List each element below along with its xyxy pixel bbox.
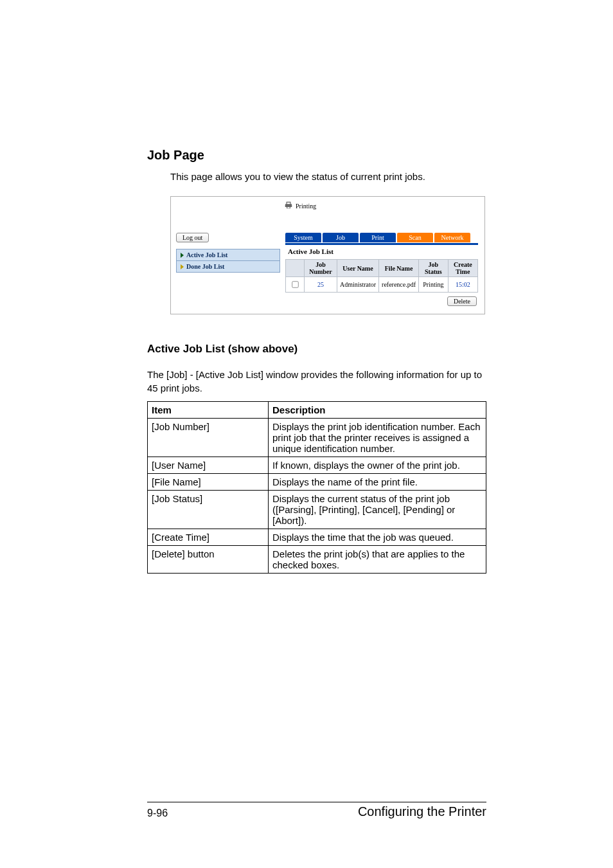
- tab-network[interactable]: Network: [434, 233, 470, 242]
- th-item: Item: [148, 401, 269, 418]
- footer-rule: [147, 802, 486, 802]
- subsection-lead: The [Job] - [Active Job List] window pro…: [147, 368, 486, 395]
- sidebar-item-label: Active Job List: [186, 251, 227, 258]
- table-row: [Delete] button Deletes the print job(s)…: [148, 545, 486, 573]
- logout-button[interactable]: Log out: [176, 233, 209, 242]
- delete-button[interactable]: Delete: [447, 296, 477, 306]
- cell-desc: Deletes the print job(s) that are applie…: [269, 545, 486, 573]
- section-intro: This page allows you to view the status …: [170, 170, 486, 183]
- col-user-name: User Name: [337, 260, 378, 277]
- cell-item: [File Name]: [148, 473, 269, 490]
- sidebar-item-active-job-list[interactable]: Active Job List: [177, 249, 280, 260]
- cell-job-number: 25: [305, 277, 337, 293]
- col-create-time: Create Time: [448, 260, 477, 277]
- row-checkbox[interactable]: [286, 277, 305, 293]
- table-row: 25 Administrator reference.pdf Printing …: [286, 277, 478, 293]
- cell-file-name: reference.pdf: [379, 277, 419, 293]
- cell-item: [Create Time]: [148, 529, 269, 545]
- cell-item: [Job Status]: [148, 490, 269, 529]
- col-check: [286, 260, 305, 277]
- tab-job[interactable]: Job: [323, 233, 359, 242]
- table-header-row: Job Number User Name File Name Job Statu…: [286, 260, 478, 277]
- panel-title: Active Job List: [288, 248, 478, 255]
- col-job-status: Job Status: [419, 260, 449, 277]
- table-row: [User Name] If known, displays the owner…: [148, 457, 486, 473]
- cell-job-status: Printing: [419, 277, 449, 293]
- tab-scan[interactable]: Scan: [397, 233, 433, 242]
- table-row: [Job Status] Displays the current status…: [148, 490, 486, 529]
- cell-desc: Displays the name of the print file.: [269, 473, 486, 490]
- cell-desc: Displays the current status of the print…: [269, 490, 486, 529]
- tab-print[interactable]: Print: [360, 233, 396, 242]
- cell-desc: If known, displays the owner of the prin…: [269, 457, 486, 473]
- tab-underline: [285, 243, 478, 245]
- page-number: 9-96: [147, 808, 168, 819]
- section-heading: Job Page: [147, 148, 486, 163]
- th-desc: Description: [269, 401, 486, 418]
- printer-icon: [284, 201, 293, 211]
- jobpage-screenshot: Printing Log out Active Job List Done Jo…: [170, 196, 485, 314]
- sidebar-item-label: Done Job List: [186, 263, 224, 270]
- cell-item: [Delete] button: [148, 545, 269, 573]
- triangle-icon: [181, 264, 184, 269]
- table-row: [Create Time] Displays the time that the…: [148, 529, 486, 545]
- subsection-heading: Active Job List (show above): [147, 343, 486, 356]
- description-table: Item Description [Job Number] Displays t…: [147, 401, 486, 574]
- sidebar-item-done-job-list[interactable]: Done Job List: [177, 260, 280, 272]
- cell-create-time: 15:02: [448, 277, 477, 293]
- cell-item: [User Name]: [148, 457, 269, 473]
- tab-system[interactable]: System: [285, 233, 321, 242]
- table-row: [Job Number] Displays the print job iden…: [148, 418, 486, 457]
- col-file-name: File Name: [379, 260, 419, 277]
- table-row: [File Name] Displays the name of the pri…: [148, 473, 486, 490]
- cell-desc: Displays the time that the job was queue…: [269, 529, 486, 545]
- cell-item: [Job Number]: [148, 418, 269, 457]
- col-job-number: Job Number: [305, 260, 337, 277]
- printing-label: Printing: [296, 203, 316, 210]
- cell-user-name: Administrator: [337, 277, 378, 293]
- active-job-table: Job Number User Name File Name Job Statu…: [285, 259, 478, 293]
- cell-desc: Displays the print job identification nu…: [269, 418, 486, 457]
- triangle-icon: [181, 253, 184, 258]
- section-title-footer: Configuring the Printer: [358, 804, 486, 819]
